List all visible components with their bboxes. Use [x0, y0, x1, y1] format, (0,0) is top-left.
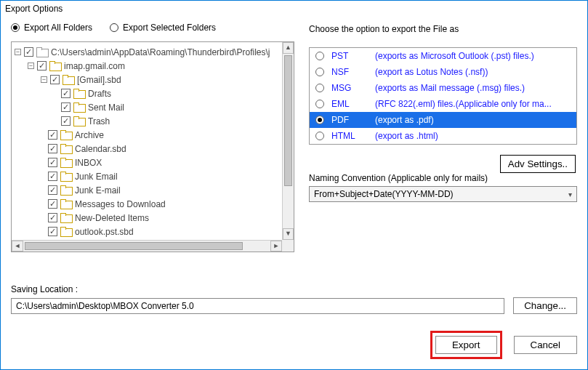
format-option-nsf[interactable]: NSF (export as Lotus Notes (.nsf)) [310, 64, 576, 80]
dialog-buttons: Export Cancel [430, 331, 577, 359]
format-name: HTML [331, 131, 368, 141]
tree-item-label: outlook.pst.sbd [75, 227, 134, 237]
radio-icon [315, 132, 324, 140]
tree-account-label: imap.gmail.com [64, 61, 125, 71]
tree-checkbox[interactable] [48, 213, 57, 222]
folder-icon [60, 130, 72, 140]
folder-icon [73, 89, 85, 98]
cancel-button[interactable]: Cancel [514, 336, 578, 354]
folder-icon [60, 172, 72, 181]
folder-icon [60, 185, 72, 195]
tree-item-label: Messages to Download [75, 199, 166, 209]
saving-location-label: Saving Location : [11, 284, 577, 294]
folder-icon [73, 116, 85, 126]
collapse-icon[interactable]: − [15, 49, 21, 55]
format-desc: (exports as Mail message (.msg) files.) [375, 83, 525, 93]
scroll-up-icon[interactable]: ▲ [283, 42, 294, 54]
format-name: PST [331, 51, 368, 61]
format-desc: (export as .pdf) [375, 115, 434, 125]
tree-item-label: Junk E-mail [75, 185, 121, 196]
format-name: EML [331, 99, 368, 109]
folder-tree[interactable]: − C:\Users\admin\AppData\Roaming\Thunder… [11, 41, 294, 252]
tree-item-label: Junk Email [75, 172, 118, 182]
collapse-icon[interactable]: − [28, 63, 34, 69]
scroll-down-icon[interactable]: ▼ [283, 228, 294, 240]
export-all-radio[interactable]: Export All Folders [11, 23, 92, 33]
collapse-icon[interactable]: − [41, 76, 47, 83]
format-option-pdf[interactable]: PDF (export as .pdf) [310, 112, 576, 128]
format-desc: (export as .html) [375, 131, 438, 141]
folder-icon [49, 61, 61, 71]
tree-checkbox[interactable] [48, 130, 57, 140]
folder-icon [60, 144, 72, 153]
left-panel: Export All Folders Export Selected Folde… [11, 23, 294, 252]
folder-icon [63, 75, 74, 84]
bottom-panel: Saving Location : Change... [11, 284, 577, 314]
scrollbar-corner [282, 240, 294, 252]
export-all-label: Export All Folders [24, 23, 92, 33]
scroll-right-icon[interactable]: ► [270, 241, 282, 252]
tree-gmail-label: [Gmail].sbd [77, 75, 121, 85]
format-option-msg[interactable]: MSG (exports as Mail message (.msg) file… [310, 80, 576, 96]
radio-icon [315, 84, 324, 92]
format-name: PDF [331, 115, 368, 125]
export-selected-radio[interactable]: Export Selected Folders [110, 23, 216, 33]
tree-checkbox[interactable] [48, 144, 57, 153]
format-name: MSG [331, 83, 368, 93]
right-panel: Choose the option to export the File as … [309, 23, 577, 252]
radio-icon [11, 23, 20, 32]
tree-checkbox[interactable] [61, 116, 71, 126]
tree-checkbox[interactable] [48, 199, 57, 209]
tree-item-label: New-Deleted Items [75, 213, 149, 223]
change-button[interactable]: Change... [513, 297, 577, 314]
export-highlight: Export [430, 331, 502, 359]
export-button[interactable]: Export [435, 336, 497, 354]
folder-icon [36, 47, 48, 57]
format-name: NSF [331, 67, 368, 77]
folder-icon [60, 213, 72, 222]
radio-icon [315, 100, 324, 108]
folder-icon [60, 227, 72, 236]
tree-checkbox[interactable] [50, 75, 60, 84]
tree-checkbox[interactable] [48, 227, 57, 236]
naming-combobox[interactable]: From+Subject+Date(YYYY-MM-DD) ▾ [309, 186, 577, 202]
naming-label: Naming Convention (Applicable only for m… [309, 173, 577, 183]
tree-checkbox[interactable] [61, 102, 71, 112]
format-desc: (RFC 822(.eml) files.(Applicable only fo… [375, 99, 552, 109]
tree-item-label: Archive [75, 130, 104, 140]
radio-icon [315, 68, 324, 76]
horizontal-scrollbar[interactable]: ◄ ► [12, 240, 282, 252]
tree-checkbox[interactable] [37, 61, 47, 71]
tree-root-label: C:\Users\admin\AppData\Roaming\Thunderbi… [51, 47, 270, 57]
saving-location-input[interactable] [11, 298, 504, 314]
tree-item-label: Calendar.sbd [75, 144, 126, 154]
adv-settings-button[interactable]: Adv Settings.. [500, 155, 576, 173]
tree-item-label: INBOX [75, 158, 102, 168]
format-desc: (exports as Microsoft Outlook (.pst) fil… [375, 51, 534, 61]
tree-checkbox[interactable] [48, 185, 57, 195]
tree-checkbox[interactable] [24, 47, 33, 57]
tree-item-label: Trash [88, 116, 110, 126]
scroll-thumb[interactable] [25, 242, 243, 250]
export-scope-group: Export All Folders Export Selected Folde… [11, 23, 294, 33]
vertical-scrollbar[interactable]: ▲ ▼ [282, 42, 294, 240]
format-option-html[interactable]: HTML (export as .html) [310, 128, 576, 144]
tree-checkbox[interactable] [48, 158, 57, 167]
radio-icon [315, 116, 324, 124]
tree-checkbox[interactable] [48, 172, 57, 181]
chevron-down-icon: ▾ [568, 190, 572, 198]
format-desc: (export as Lotus Notes (.nsf)) [375, 67, 488, 77]
tree-item-label: Drafts [88, 89, 111, 99]
scroll-left-icon[interactable]: ◄ [12, 241, 23, 252]
naming-value: From+Subject+Date(YYYY-MM-DD) [314, 189, 454, 199]
format-option-eml[interactable]: EML (RFC 822(.eml) files.(Applicable onl… [310, 96, 576, 112]
format-title: Choose the option to export the File as [309, 24, 577, 34]
window-title: Export Options [1, 1, 587, 17]
folder-icon [60, 199, 72, 209]
scroll-thumb[interactable] [284, 55, 292, 186]
radio-icon [315, 52, 324, 60]
folder-icon [60, 158, 72, 167]
tree-item-label: Sent Mail [88, 102, 124, 113]
format-option-pst[interactable]: PST (exports as Microsoft Outlook (.pst)… [310, 48, 576, 64]
tree-checkbox[interactable] [61, 89, 71, 98]
